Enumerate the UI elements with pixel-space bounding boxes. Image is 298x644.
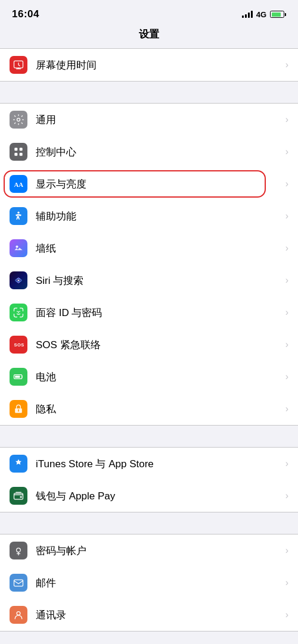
passwords-icon bbox=[10, 542, 27, 559]
settings-item-control[interactable]: 控制中心 › bbox=[0, 136, 298, 168]
page-title: 设置 bbox=[0, 25, 298, 48]
display-label: 显示与亮度 bbox=[36, 177, 282, 191]
screentime-chevron: › bbox=[285, 60, 288, 70]
svg-text:SOS: SOS bbox=[14, 342, 24, 348]
settings-group-accounts: 密码与帐户 › 邮件 › 通讯录 › bbox=[0, 534, 298, 632]
passwords-label: 密码与帐户 bbox=[36, 544, 282, 558]
svg-point-1 bbox=[17, 118, 20, 121]
privacy-icon bbox=[10, 400, 27, 418]
spacer-2 bbox=[0, 426, 298, 447]
settings-group-screentime: 屏幕使用时间 › bbox=[0, 48, 298, 82]
mail-label: 邮件 bbox=[36, 576, 282, 590]
svg-point-20 bbox=[17, 548, 21, 552]
display-chevron: › bbox=[285, 179, 288, 189]
control-label: 控制中心 bbox=[36, 145, 282, 159]
svg-rect-3 bbox=[20, 148, 23, 151]
svg-rect-19 bbox=[20, 496, 22, 498]
svg-rect-21 bbox=[14, 580, 23, 586]
faceid-icon bbox=[10, 304, 27, 321]
accessibility-icon bbox=[10, 207, 27, 225]
settings-item-battery[interactable]: 电池 › bbox=[0, 361, 298, 393]
status-bar: 16:04 4G bbox=[0, 0, 298, 25]
battery-chevron: › bbox=[285, 371, 288, 382]
svg-point-11 bbox=[18, 280, 20, 282]
svg-rect-2 bbox=[14, 148, 17, 151]
contacts-label: 通讯录 bbox=[36, 608, 282, 622]
settings-item-wallet[interactable]: 钱包与 Apple Pay › bbox=[0, 480, 298, 512]
control-icon bbox=[10, 143, 27, 161]
svg-point-22 bbox=[17, 612, 20, 615]
siri-label: Siri 与搜索 bbox=[36, 274, 282, 287]
siri-chevron: › bbox=[285, 275, 288, 286]
wallet-chevron: › bbox=[285, 490, 288, 501]
settings-item-mail[interactable]: 邮件 › bbox=[0, 567, 298, 599]
svg-rect-5 bbox=[20, 153, 23, 156]
spacer-3 bbox=[0, 512, 298, 534]
general-label: 通用 bbox=[36, 113, 282, 127]
battery-icon-settings bbox=[10, 368, 27, 386]
wallet-label: 钱包与 Apple Pay bbox=[36, 489, 282, 503]
svg-point-8 bbox=[15, 245, 18, 248]
svg-point-13 bbox=[19, 311, 20, 312]
spacer-1 bbox=[0, 82, 298, 103]
watermark-area: W 无极安卓网 wjhotelgroup.com bbox=[0, 632, 298, 644]
svg-point-12 bbox=[17, 311, 18, 312]
display-icon: AA bbox=[10, 175, 27, 193]
wallpaper-chevron: › bbox=[285, 243, 288, 254]
signal-icon bbox=[242, 11, 253, 18]
screentime-label: 屏幕使用时间 bbox=[36, 58, 282, 72]
sos-label: SOS 紧急联络 bbox=[36, 338, 282, 352]
faceid-label: 面容 ID 与密码 bbox=[36, 306, 282, 320]
privacy-label: 隐私 bbox=[36, 402, 282, 416]
contacts-chevron: › bbox=[285, 609, 288, 620]
battery-status-icon bbox=[270, 11, 286, 18]
settings-item-sos[interactable]: SOS SOS 紧急联络 › bbox=[0, 329, 298, 361]
svg-rect-4 bbox=[14, 153, 17, 156]
status-time: 16:04 bbox=[12, 8, 39, 20]
mail-icon bbox=[10, 574, 27, 592]
settings-group-general: 通用 › 控制中心 › AA 显示与亮度 › bbox=[0, 103, 298, 426]
appstore-icon bbox=[10, 455, 27, 473]
wallpaper-label: 墙纸 bbox=[36, 242, 282, 255]
settings-item-screentime[interactable]: 屏幕使用时间 › bbox=[0, 49, 298, 81]
accessibility-label: 辅助功能 bbox=[36, 210, 282, 223]
itunes-label: iTunes Store 与 App Store bbox=[36, 457, 282, 471]
settings-item-faceid[interactable]: 面容 ID 与密码 › bbox=[0, 296, 298, 329]
svg-text:AA: AA bbox=[14, 181, 24, 188]
privacy-chevron: › bbox=[285, 404, 288, 414]
battery-label: 电池 bbox=[36, 370, 282, 384]
sos-icon: SOS bbox=[10, 336, 27, 354]
settings-item-accessibility[interactable]: 辅助功能 › bbox=[0, 200, 298, 232]
settings-item-general[interactable]: 通用 › bbox=[0, 104, 298, 136]
general-icon bbox=[10, 111, 27, 129]
mail-chevron: › bbox=[285, 577, 288, 588]
wallet-icon bbox=[10, 487, 27, 505]
passwords-chevron: › bbox=[285, 545, 288, 556]
svg-point-7 bbox=[17, 212, 19, 214]
sos-chevron: › bbox=[285, 339, 288, 350]
settings-item-contacts[interactable]: 通讯录 › bbox=[0, 599, 298, 631]
control-chevron: › bbox=[285, 146, 288, 157]
settings-item-wallpaper[interactable]: 墙纸 › bbox=[0, 232, 298, 264]
settings-item-display[interactable]: AA 显示与亮度 › bbox=[0, 168, 298, 200]
settings-item-passwords[interactable]: 密码与帐户 › bbox=[0, 534, 298, 567]
svg-rect-16 bbox=[15, 376, 20, 377]
settings-item-itunes[interactable]: iTunes Store 与 App Store › bbox=[0, 448, 298, 480]
contacts-icon bbox=[10, 606, 27, 624]
settings-group-store: iTunes Store 与 App Store › 钱包与 Apple Pay… bbox=[0, 447, 298, 512]
network-type: 4G bbox=[256, 10, 266, 19]
settings-item-siri[interactable]: Siri 与搜索 › bbox=[0, 264, 298, 296]
status-icons: 4G bbox=[242, 10, 286, 19]
accessibility-chevron: › bbox=[285, 211, 288, 221]
settings-item-privacy[interactable]: 隐私 › bbox=[0, 393, 298, 425]
svg-rect-18 bbox=[14, 493, 23, 499]
siri-icon bbox=[10, 271, 27, 289]
general-chevron: › bbox=[285, 114, 288, 125]
faceid-chevron: › bbox=[285, 307, 288, 318]
screentime-icon bbox=[10, 56, 27, 74]
wallpaper-icon bbox=[10, 239, 27, 257]
itunes-chevron: › bbox=[285, 458, 288, 469]
svg-point-17 bbox=[18, 409, 19, 411]
